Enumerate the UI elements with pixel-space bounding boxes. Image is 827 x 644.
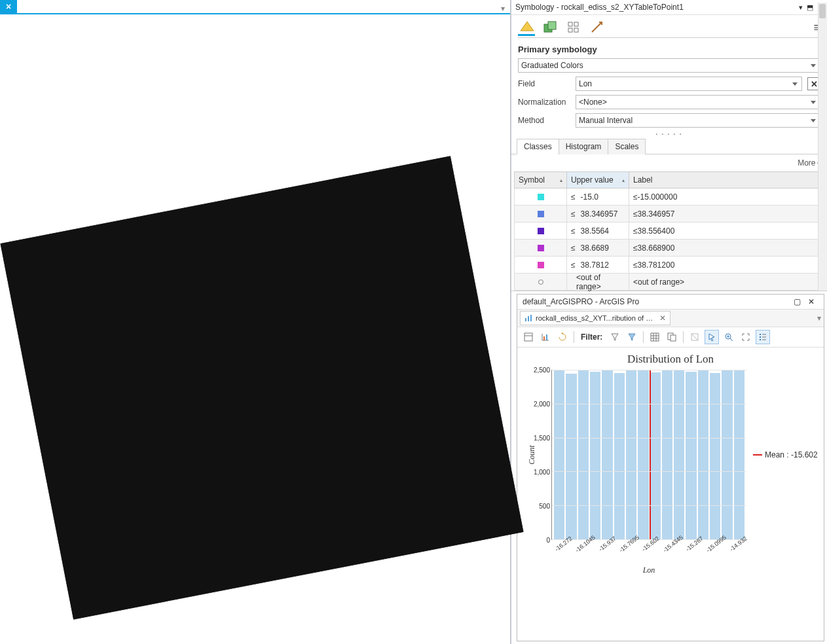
svg-rect-13 [651,333,659,341]
map-tab-close[interactable]: × [0,0,17,13]
upper-value: -15.0 [581,192,598,202]
chart-plot-area[interactable] [551,370,746,540]
autohide-icon[interactable]: ▾ [799,3,803,12]
histogram-bar[interactable] [637,370,649,539]
histogram-bar[interactable] [589,371,601,539]
symbology-type-dropdown[interactable]: Graduated Colors [518,58,820,73]
histogram-bar[interactable] [661,370,673,539]
svg-rect-7 [528,316,529,321]
full-extent-icon[interactable] [739,330,753,344]
legend-icon[interactable] [756,330,770,344]
map-tab-dropdown[interactable]: ▾ [501,4,505,13]
table-row[interactable]: ≤38.5564≤38.556400 [514,223,824,240]
splitter[interactable] [511,132,827,135]
chart-body: Distribution of Lon Count 05001,0001,500… [517,348,824,641]
map-tab-underline [0,13,510,14]
symbology-scrollbar[interactable] [818,3,827,291]
maximize-icon[interactable]: ▢ [790,297,804,306]
properties-icon[interactable] [521,330,536,344]
upper-value: 38.6689 [581,243,609,253]
class-label: <out of range> [629,274,824,290]
axes-icon[interactable] [538,330,553,344]
clear-selection-icon[interactable] [688,330,702,344]
symbology-title: Symbology - rockall_ediss_s2_XYTableToPo… [515,3,799,12]
tab-classes[interactable]: Classes [517,139,559,154]
col-header-upper-value[interactable]: Upper value▴ [567,172,629,188]
upper-value: <out of range> [576,273,625,291]
histogram-bar[interactable] [709,372,721,539]
y-axis-label: Count [527,445,537,464]
histogram-bar[interactable] [614,372,625,539]
histogram-bar[interactable] [685,371,697,539]
field-dropdown[interactable]: Lon [576,77,802,91]
svg-rect-3 [574,22,578,26]
select-icon[interactable] [705,330,719,344]
chart-tab-close-icon[interactable]: ✕ [659,313,666,323]
chart-tab[interactable]: rockall_ediss_s2_XYT...ribution of Lon ✕ [520,311,671,325]
svg-rect-6 [525,318,526,321]
table-row[interactable]: ≤38.346957≤38.346957 [514,206,824,223]
symbology-tab-advanced[interactable] [589,19,606,36]
table-row[interactable]: ≤-15.0≤-15.000000 [514,188,824,206]
table-row[interactable]: ≤38.6689≤38.668900 [514,240,824,257]
class-label: ≤38.781200 [629,257,824,273]
field-value: Lon [579,79,592,88]
method-label: Method [518,116,570,125]
tab-histogram[interactable]: Histogram [559,139,609,154]
histogram-bar[interactable] [578,370,589,539]
histogram-bar[interactable] [733,370,745,539]
close-window-icon[interactable]: ✕ [804,297,818,306]
svg-rect-12 [546,334,547,340]
svg-rect-19 [671,335,676,341]
class-label: ≤38.346957 [629,206,824,222]
filter-selection-icon[interactable] [625,330,639,344]
chart-tab-menu-icon[interactable]: ▾ [817,313,821,323]
map-view[interactable]: × ▾ [0,0,511,644]
histogram-bar[interactable] [697,370,709,539]
histogram-bar[interactable] [565,373,577,539]
filter-extent-icon[interactable] [608,330,622,344]
table-icon[interactable] [648,330,662,344]
class-label: ≤-15.000000 [629,188,824,205]
tab-scales[interactable]: Scales [608,139,646,154]
primary-symbology-heading: Primary symbology [511,38,827,58]
method-dropdown[interactable]: Manual Interval [576,113,820,128]
svg-line-21 [691,334,698,340]
upper-value: 38.7812 [581,260,609,270]
class-swatch [538,211,544,217]
class-swatch [538,228,544,234]
histogram-bar[interactable] [650,372,661,539]
rotate-icon[interactable] [555,330,570,344]
chart-title: Distribution of Lon [520,353,821,366]
chart-legend: Mean : -15.602 [749,370,821,540]
chart-tab-label: rockall_ediss_s2_XYT...ribution of Lon [536,314,656,322]
normalization-dropdown[interactable]: <None> [576,95,820,109]
table-row[interactable]: ≤38.7812≤38.781200 [514,257,824,274]
pin-icon[interactable]: ⬒ [807,3,813,12]
table-switch-icon[interactable] [665,330,679,344]
histogram-bar[interactable] [601,370,613,539]
table-row[interactable]: <out of range><out of range> [514,274,824,291]
class-swatch [538,245,544,251]
upper-value: 38.346957 [581,209,618,219]
y-tick: 1,000 [534,469,550,476]
symbology-panel: Symbology - rockall_ediss_s2_XYTableToPo… [511,0,827,291]
symbology-tab-vary[interactable] [542,19,559,36]
col-header-symbol[interactable]: Symbol▴ [515,172,567,188]
symbology-tab-primary[interactable] [518,19,535,36]
more-button[interactable]: More [798,158,820,168]
y-tick: 2,500 [534,367,550,374]
symbology-tab-symbol-layers[interactable] [565,19,582,36]
class-swatch [538,262,544,268]
col-header-label[interactable]: Label [629,172,824,188]
histogram-bar[interactable] [721,370,733,539]
normalization-value: <None> [579,98,607,107]
histogram-bar[interactable] [625,370,637,539]
x-axis-label: Lon [551,565,746,575]
y-tick: 0 [546,537,550,544]
histogram-bar[interactable] [673,370,685,539]
zoom-selection-icon[interactable] [722,330,736,344]
histogram-bar[interactable] [553,370,565,539]
svg-rect-2 [568,22,572,26]
class-label: ≤38.668900 [629,240,824,256]
